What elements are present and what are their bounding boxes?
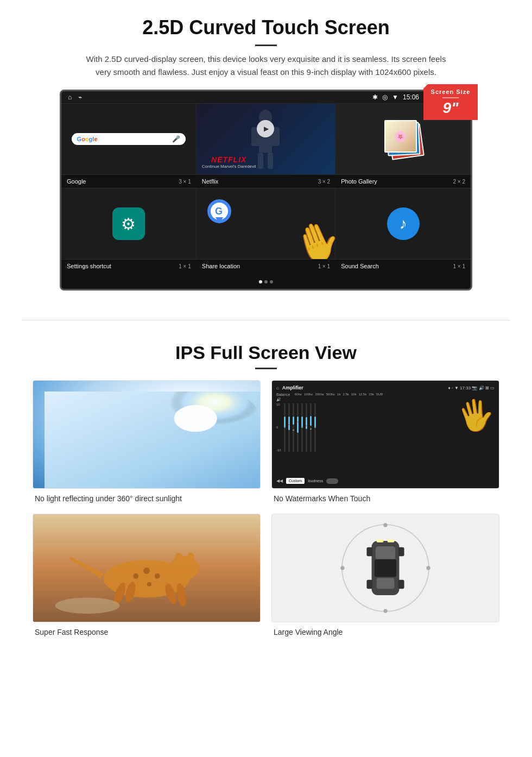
google-label: Google 3 × 1 [61, 175, 197, 188]
eq-bar-4 [297, 403, 299, 452]
dot-indicator [61, 273, 471, 289]
screen-size-badge: Screen Size 9" [423, 84, 478, 120]
settings-app-size: 1 × 1 [179, 263, 191, 269]
settings-app-name: Settings shortcut [67, 263, 111, 269]
amp-home-icon: ⌂ [276, 386, 279, 390]
netflix-content: NETFLIX Continue Marvel's Daredevil [197, 104, 335, 174]
svg-rect-4 [258, 153, 263, 169]
svg-text:G: G [215, 206, 223, 217]
sound-app-name: Sound Search [341, 263, 379, 269]
feature-grid: No light reflecting under 360° direct su… [33, 380, 499, 636]
section1-description: With 2.5D curved-display screen, this de… [81, 53, 451, 79]
section-divider-hr [22, 320, 510, 320]
badge-size: 9" [429, 100, 472, 116]
hand-pointing-icon: 🤚 [287, 213, 335, 259]
eq-bar-3-fill [293, 417, 294, 425]
home-icon: ⌂ [68, 93, 72, 101]
sunlight-visual [33, 381, 260, 488]
eq-bar-8-handle [314, 427, 316, 428]
cheetah-visual [33, 514, 260, 622]
netflix-play-button[interactable] [257, 120, 274, 137]
settings-cell[interactable]: ⚙ [61, 188, 197, 259]
mic-icon: 🎤 [172, 135, 180, 143]
eq-bar-7-fill [310, 416, 312, 426]
usb-icon: ⌁ [78, 93, 82, 101]
eq-bar-4-fill [297, 417, 299, 433]
app-row-1: Google 🎤 [61, 103, 471, 174]
amp-loudness-toggle[interactable] [326, 478, 338, 484]
feature-amplifier: ⌂ Amplifier ♦ ◦ ▼ 17:33 📷 🔊 ⊠ ▭ Balance … [271, 380, 499, 503]
amp-freq-labels: Balance 60hz 100hz 200hz 500hz 1k 2.5k 1… [276, 393, 495, 396]
svg-point-17 [187, 552, 194, 562]
svg-rect-38 [388, 539, 395, 542]
svg-point-24 [133, 573, 138, 579]
eq-bar-5-fill [301, 417, 303, 427]
amp-status-bar: ⌂ Amplifier ♦ ◦ ▼ 17:33 📷 🔊 ⊠ ▭ [276, 385, 495, 390]
eq-bar-2-handle [288, 424, 290, 425]
car-svg [272, 514, 499, 622]
section-ips: IPS Full Screen View [0, 337, 532, 653]
device-screen: ⌂ ⌁ ✱ ◎ ▼ 15:06 📷 🔊 ⊠ ▭ [60, 90, 472, 291]
google-search-bar[interactable]: Google 🎤 [72, 133, 186, 145]
section2-title: IPS Full Screen View [33, 342, 499, 363]
section1-title: 2.5D Curved Touch Screen [33, 16, 499, 39]
amp-bars [284, 403, 316, 452]
svg-point-26 [55, 597, 120, 614]
sunlight-label: No light reflecting under 360° direct su… [33, 494, 261, 503]
share-cell[interactable]: G 🤚 [197, 188, 335, 259]
netflix-logo: NETFLIX [202, 155, 256, 164]
svg-rect-34 [398, 547, 404, 556]
section-curved: 2.5D Curved Touch Screen With 2.5D curve… [0, 0, 532, 304]
eq-bar-1-fill [284, 417, 286, 427]
eq-bar-8 [314, 403, 316, 452]
eq-bar-2 [288, 403, 290, 452]
feature-sunlight: No light reflecting under 360° direct su… [33, 380, 261, 503]
svg-point-15 [169, 556, 199, 580]
feature-cheetah: Super Fast Response [33, 514, 261, 636]
gallery-app-name: Photo Gallery [341, 178, 377, 185]
sound-cell[interactable]: ♪ [335, 188, 471, 259]
svg-point-12 [174, 405, 217, 432]
device-wrapper: Screen Size 9" ⌂ ⌁ ✱ ◎ ▼ 15:06 📷 🔊 ⊠ [60, 90, 472, 291]
car-image [271, 514, 499, 622]
share-label: Share location 1 × 1 [197, 260, 335, 273]
sunlight-image [33, 380, 261, 489]
photo-card-front: 🌸 [384, 120, 417, 153]
app-label-row-2: Settings shortcut 1 × 1 Share location 1… [61, 259, 471, 273]
gallery-app-size: 2 × 2 [453, 179, 465, 185]
svg-point-42 [340, 566, 344, 570]
eq-bar-6-handle [306, 425, 307, 426]
amp-custom-btn: Custom [286, 478, 305, 484]
dot-1 [259, 280, 262, 283]
bluetooth-icon: ✱ [372, 93, 378, 101]
status-time: 15:06 [403, 93, 419, 101]
netflix-subtitle: Continue Marvel's Daredevil [202, 164, 256, 169]
amp-equalizer: 10 0 -10 [276, 403, 495, 476]
svg-point-16 [174, 553, 183, 564]
amp-icons: ♦ ◦ ▼ 17:33 📷 🔊 ⊠ ▭ [448, 386, 495, 390]
feature-car: Large Viewing Angle [271, 514, 499, 636]
svg-point-23 [155, 573, 160, 579]
cheetah-label: Super Fast Response [33, 628, 261, 636]
dots-row [259, 280, 273, 283]
netflix-app-size: 3 × 2 [318, 179, 331, 185]
dot-2 [264, 280, 268, 283]
svg-point-40 [426, 566, 430, 570]
netflix-cell[interactable]: NETFLIX Continue Marvel's Daredevil [197, 104, 335, 174]
amp-title: Amplifier [282, 385, 303, 390]
sound-label: Sound Search 1 × 1 [335, 260, 471, 273]
svg-point-41 [383, 609, 387, 613]
google-cell[interactable]: Google 🎤 [61, 104, 197, 174]
eq-bar-5-handle [301, 427, 303, 428]
music-note-icon: ♪ [400, 215, 407, 232]
svg-rect-36 [398, 580, 404, 589]
badge-divider [442, 97, 459, 98]
section2-divider [255, 368, 277, 369]
dot-3 [270, 280, 273, 283]
eq-bar-8-fill [314, 417, 316, 427]
flower-icon: 🌸 [394, 130, 407, 143]
google-maps-icon: G [205, 197, 235, 237]
amplifier-visual: ⌂ Amplifier ♦ ◦ ▼ 17:33 📷 🔊 ⊠ ▭ Balance … [272, 381, 499, 488]
amp-back-btn: ◀◀ [276, 478, 283, 483]
svg-point-22 [143, 567, 150, 574]
